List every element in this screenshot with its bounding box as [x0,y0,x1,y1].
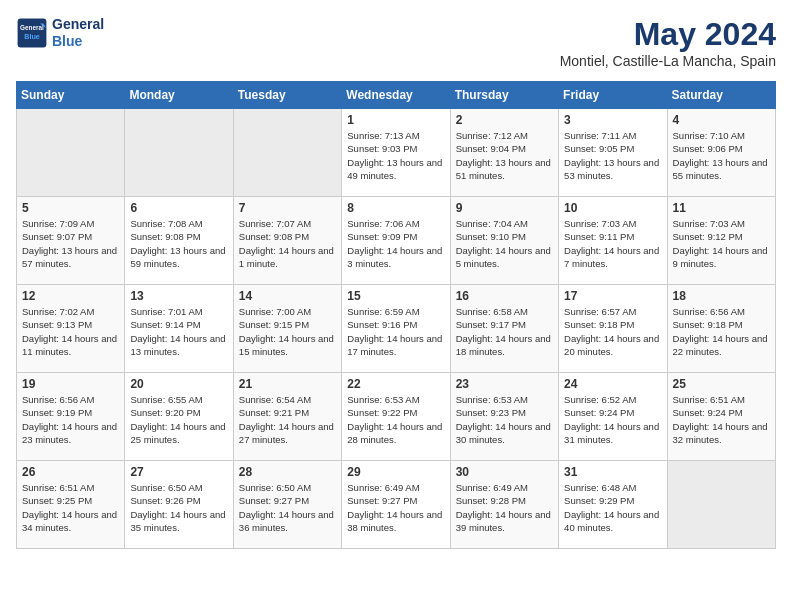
day-number: 27 [130,465,227,479]
calendar-cell: 23Sunrise: 6:53 AMSunset: 9:23 PMDayligh… [450,373,558,461]
day-number: 3 [564,113,661,127]
day-info: Sunrise: 7:13 AMSunset: 9:03 PMDaylight:… [347,129,444,182]
calendar-cell: 29Sunrise: 6:49 AMSunset: 9:27 PMDayligh… [342,461,450,549]
day-number: 25 [673,377,770,391]
day-info: Sunrise: 6:51 AMSunset: 9:25 PMDaylight:… [22,481,119,534]
calendar-cell: 2Sunrise: 7:12 AMSunset: 9:04 PMDaylight… [450,109,558,197]
day-number: 17 [564,289,661,303]
day-info: Sunrise: 6:49 AMSunset: 9:28 PMDaylight:… [456,481,553,534]
calendar-cell: 26Sunrise: 6:51 AMSunset: 9:25 PMDayligh… [17,461,125,549]
day-info: Sunrise: 6:53 AMSunset: 9:22 PMDaylight:… [347,393,444,446]
calendar-cell: 13Sunrise: 7:01 AMSunset: 9:14 PMDayligh… [125,285,233,373]
day-info: Sunrise: 7:08 AMSunset: 9:08 PMDaylight:… [130,217,227,270]
calendar-week-row: 1Sunrise: 7:13 AMSunset: 9:03 PMDaylight… [17,109,776,197]
calendar-cell: 12Sunrise: 7:02 AMSunset: 9:13 PMDayligh… [17,285,125,373]
day-info: Sunrise: 7:06 AMSunset: 9:09 PMDaylight:… [347,217,444,270]
day-info: Sunrise: 6:59 AMSunset: 9:16 PMDaylight:… [347,305,444,358]
day-number: 5 [22,201,119,215]
calendar-cell: 7Sunrise: 7:07 AMSunset: 9:08 PMDaylight… [233,197,341,285]
day-number: 12 [22,289,119,303]
day-info: Sunrise: 6:57 AMSunset: 9:18 PMDaylight:… [564,305,661,358]
calendar-week-row: 5Sunrise: 7:09 AMSunset: 9:07 PMDaylight… [17,197,776,285]
day-number: 14 [239,289,336,303]
day-info: Sunrise: 6:50 AMSunset: 9:27 PMDaylight:… [239,481,336,534]
calendar-cell [233,109,341,197]
calendar-cell: 27Sunrise: 6:50 AMSunset: 9:26 PMDayligh… [125,461,233,549]
calendar-cell: 14Sunrise: 7:00 AMSunset: 9:15 PMDayligh… [233,285,341,373]
calendar-cell: 1Sunrise: 7:13 AMSunset: 9:03 PMDaylight… [342,109,450,197]
logo: General Blue General Blue [16,16,104,50]
day-number: 30 [456,465,553,479]
day-info: Sunrise: 6:53 AMSunset: 9:23 PMDaylight:… [456,393,553,446]
logo-blue-text: Blue [52,33,104,50]
calendar-cell: 9Sunrise: 7:04 AMSunset: 9:10 PMDaylight… [450,197,558,285]
calendar-cell [125,109,233,197]
day-info: Sunrise: 7:02 AMSunset: 9:13 PMDaylight:… [22,305,119,358]
day-info: Sunrise: 7:07 AMSunset: 9:08 PMDaylight:… [239,217,336,270]
calendar-cell: 10Sunrise: 7:03 AMSunset: 9:11 PMDayligh… [559,197,667,285]
calendar-week-row: 19Sunrise: 6:56 AMSunset: 9:19 PMDayligh… [17,373,776,461]
day-number: 21 [239,377,336,391]
day-number: 11 [673,201,770,215]
day-number: 20 [130,377,227,391]
day-info: Sunrise: 7:00 AMSunset: 9:15 PMDaylight:… [239,305,336,358]
day-info: Sunrise: 6:55 AMSunset: 9:20 PMDaylight:… [130,393,227,446]
day-number: 26 [22,465,119,479]
calendar-cell: 24Sunrise: 6:52 AMSunset: 9:24 PMDayligh… [559,373,667,461]
calendar-cell: 30Sunrise: 6:49 AMSunset: 9:28 PMDayligh… [450,461,558,549]
weekday-header-monday: Monday [125,82,233,109]
day-info: Sunrise: 7:01 AMSunset: 9:14 PMDaylight:… [130,305,227,358]
day-number: 15 [347,289,444,303]
svg-text:General: General [20,24,44,31]
day-number: 22 [347,377,444,391]
day-number: 28 [239,465,336,479]
calendar-cell: 17Sunrise: 6:57 AMSunset: 9:18 PMDayligh… [559,285,667,373]
calendar-cell: 25Sunrise: 6:51 AMSunset: 9:24 PMDayligh… [667,373,775,461]
day-info: Sunrise: 7:11 AMSunset: 9:05 PMDaylight:… [564,129,661,182]
day-info: Sunrise: 7:03 AMSunset: 9:12 PMDaylight:… [673,217,770,270]
day-number: 31 [564,465,661,479]
calendar-cell: 18Sunrise: 6:56 AMSunset: 9:18 PMDayligh… [667,285,775,373]
day-info: Sunrise: 6:56 AMSunset: 9:19 PMDaylight:… [22,393,119,446]
day-info: Sunrise: 7:09 AMSunset: 9:07 PMDaylight:… [22,217,119,270]
calendar-cell: 6Sunrise: 7:08 AMSunset: 9:08 PMDaylight… [125,197,233,285]
day-number: 10 [564,201,661,215]
day-info: Sunrise: 6:58 AMSunset: 9:17 PMDaylight:… [456,305,553,358]
calendar-cell: 15Sunrise: 6:59 AMSunset: 9:16 PMDayligh… [342,285,450,373]
weekday-header-saturday: Saturday [667,82,775,109]
weekday-header-friday: Friday [559,82,667,109]
calendar-week-row: 26Sunrise: 6:51 AMSunset: 9:25 PMDayligh… [17,461,776,549]
location: Montiel, Castille-La Mancha, Spain [560,53,776,69]
day-info: Sunrise: 6:54 AMSunset: 9:21 PMDaylight:… [239,393,336,446]
day-number: 9 [456,201,553,215]
day-number: 16 [456,289,553,303]
day-info: Sunrise: 6:52 AMSunset: 9:24 PMDaylight:… [564,393,661,446]
weekday-header-row: SundayMondayTuesdayWednesdayThursdayFrid… [17,82,776,109]
day-number: 2 [456,113,553,127]
day-number: 29 [347,465,444,479]
calendar-cell: 31Sunrise: 6:48 AMSunset: 9:29 PMDayligh… [559,461,667,549]
day-info: Sunrise: 7:04 AMSunset: 9:10 PMDaylight:… [456,217,553,270]
day-number: 6 [130,201,227,215]
weekday-header-sunday: Sunday [17,82,125,109]
calendar-cell: 21Sunrise: 6:54 AMSunset: 9:21 PMDayligh… [233,373,341,461]
title-block: May 2024 Montiel, Castille-La Mancha, Sp… [560,16,776,69]
calendar-cell: 16Sunrise: 6:58 AMSunset: 9:17 PMDayligh… [450,285,558,373]
day-number: 23 [456,377,553,391]
calendar-cell: 4Sunrise: 7:10 AMSunset: 9:06 PMDaylight… [667,109,775,197]
calendar-cell: 11Sunrise: 7:03 AMSunset: 9:12 PMDayligh… [667,197,775,285]
day-number: 24 [564,377,661,391]
calendar-cell: 28Sunrise: 6:50 AMSunset: 9:27 PMDayligh… [233,461,341,549]
month-title: May 2024 [560,16,776,53]
day-number: 13 [130,289,227,303]
day-info: Sunrise: 7:10 AMSunset: 9:06 PMDaylight:… [673,129,770,182]
calendar-cell: 8Sunrise: 7:06 AMSunset: 9:09 PMDaylight… [342,197,450,285]
calendar-table: SundayMondayTuesdayWednesdayThursdayFrid… [16,81,776,549]
logo-general-text: General [52,16,104,33]
weekday-header-wednesday: Wednesday [342,82,450,109]
calendar-cell [17,109,125,197]
day-number: 7 [239,201,336,215]
day-number: 4 [673,113,770,127]
day-number: 8 [347,201,444,215]
day-info: Sunrise: 7:12 AMSunset: 9:04 PMDaylight:… [456,129,553,182]
